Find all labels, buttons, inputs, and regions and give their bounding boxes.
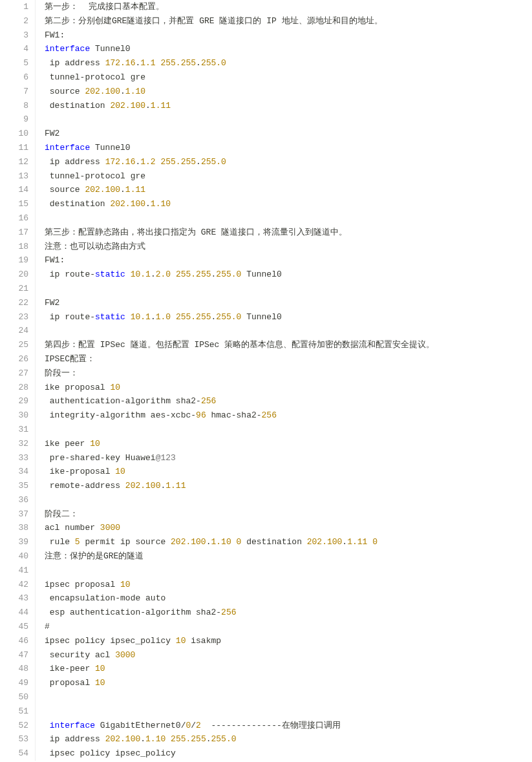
line-number: 1 (0, 0, 28, 14)
code-token: 第一步： 完成接口基本配置。 (45, 2, 164, 12)
code-token: . (120, 185, 125, 195)
code-token: / (191, 721, 196, 730)
code-line: esp authentication-algorithm sha2-256 (45, 606, 434, 620)
code-token: - (216, 608, 221, 617)
code-token: 第二步：分别创建GRE隧道接口，并配置 GRE 隧道接口的 IP 地址、源地址和… (45, 16, 383, 26)
line-number: 24 (0, 324, 28, 338)
code-line: IPSEC配置： (45, 352, 434, 366)
code-line: ike peer 10 (45, 437, 434, 451)
line-number: 21 (0, 282, 28, 296)
code-token: @123 (156, 453, 176, 463)
code-token: pre (45, 453, 65, 463)
code-line: interface Tunnel0 (45, 42, 434, 56)
line-number: 31 (0, 423, 28, 437)
code-token: 255.0 (211, 734, 237, 744)
code-token: . (196, 58, 201, 68)
code-line: tunnel-protocol gre (45, 169, 434, 184)
code-token: integrity (45, 410, 95, 420)
code-token: 255.0 (216, 270, 241, 279)
code-token: -------------- (211, 721, 282, 730)
line-number: 20 (0, 268, 28, 282)
code-token: static (95, 312, 125, 322)
code-line (45, 493, 434, 507)
code-line: ipsec policy ipsec_policy (45, 746, 434, 761)
code-token: 202.100 (125, 481, 161, 491)
code-token: ipsec proposal (45, 580, 120, 589)
code-token: tunnel (45, 171, 80, 181)
code-token: . (140, 734, 145, 744)
code-token: 255.0 (201, 157, 226, 167)
code-line: FW2 (45, 296, 434, 310)
code-token (45, 721, 50, 730)
line-number: 35 (0, 479, 28, 493)
code-token: - (165, 410, 171, 420)
code-token: FW2 (45, 129, 59, 138)
code-token: 注意：保护的是GRE的隧道 (45, 551, 144, 561)
code-line: remote-address 202.100.1.11 (45, 479, 434, 493)
code-token: . (145, 101, 151, 111)
code-line: destination 202.100.1.11 (45, 99, 434, 113)
code-token: ipsec policy ipsec_policy (45, 748, 176, 758)
code-line: ike proposal 10 (45, 381, 434, 395)
line-number: 13 (0, 169, 28, 184)
code-token: FW1 (45, 30, 59, 40)
line-number: 2 (0, 14, 28, 28)
code-token: hmac (206, 410, 231, 420)
code-line (45, 704, 434, 719)
code-token: 10 (95, 678, 105, 688)
line-number: 44 (0, 606, 28, 620)
code-token: 255.255 (160, 58, 196, 68)
line-number: 38 (0, 521, 28, 535)
code-token: algorithm sha2 (145, 608, 216, 617)
code-line: 第一步： 完成接口基本配置。 (45, 0, 434, 14)
line-number: 6 (0, 70, 28, 85)
code-token: 1.10 (151, 199, 171, 209)
code-line: ipsec proposal 10 (45, 578, 434, 592)
code-token: GigabitEthernet0 (95, 721, 181, 730)
line-number: 3 (0, 28, 28, 43)
code-token: - (90, 270, 95, 279)
code-line: ip address 172.16.1.1 255.255.255.0 (45, 56, 434, 70)
code-token: 1.11 (151, 101, 171, 111)
line-number: 17 (0, 226, 28, 240)
line-number: 54 (0, 746, 28, 761)
code-token: - (65, 467, 70, 476)
code-line (45, 282, 434, 296)
code-token: interface (45, 143, 90, 153)
code-token: ip address (45, 58, 105, 68)
code-line: FW2 (45, 127, 434, 141)
line-number: 26 (0, 352, 28, 366)
code-token: source (45, 87, 85, 96)
code-block: 1234567891011121314151617181920212223242… (0, 0, 532, 761)
code-line: authentication-algorithm sha2-256 (45, 394, 434, 408)
code-line: security acl 3000 (45, 648, 434, 662)
code-token: 2.0 (156, 270, 171, 279)
code-token: ip address (45, 157, 105, 167)
code-line: ip route-static 10.1.1.0 255.255.255.0 T… (45, 310, 434, 324)
code-token: 1.11 (165, 481, 186, 491)
code-token: - (196, 396, 201, 406)
code-token: protocol gre (85, 72, 145, 82)
code-token: rule (45, 537, 75, 547)
code-line (45, 112, 434, 127)
code-token: address (85, 481, 125, 491)
line-number: 42 (0, 578, 28, 592)
code-token: peer (70, 664, 95, 673)
code-line (45, 211, 434, 226)
code-token: 10.1 (131, 312, 151, 322)
code-line: destination 202.100.1.10 (45, 197, 434, 211)
code-token: encapsulation (45, 593, 115, 603)
line-number: 12 (0, 155, 28, 169)
code-line: FW1: (45, 253, 434, 268)
code-token: 1.1 (140, 58, 155, 68)
code-token: . (151, 312, 156, 322)
code-token: 在物理接口调用 (282, 721, 341, 730)
code-line: # (45, 620, 434, 634)
code-token: 255.255 (176, 312, 211, 322)
code-line: ike-peer 10 (45, 662, 434, 676)
code-token: sha2 (237, 410, 257, 420)
code-token: . (145, 199, 151, 209)
code-token: - (100, 453, 105, 463)
line-number: 46 (0, 634, 28, 648)
code-token: Tunnel0 (90, 44, 130, 54)
